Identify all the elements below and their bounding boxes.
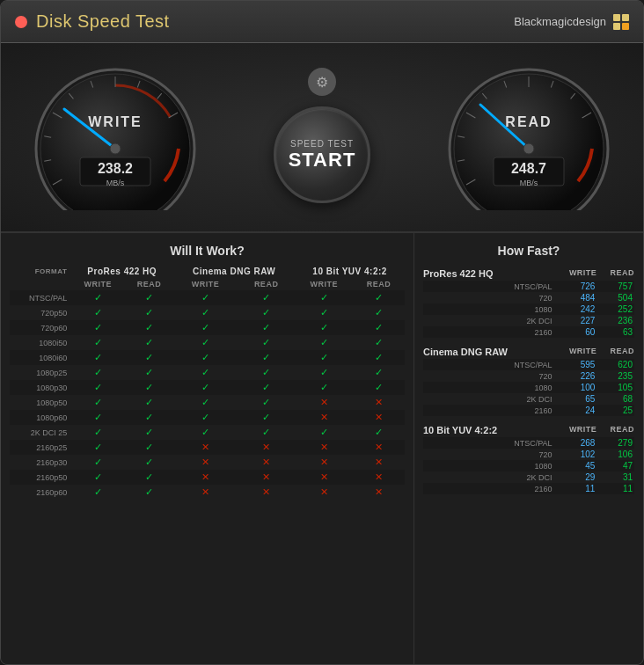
svg-text:WRITE: WRITE	[88, 114, 143, 129]
table-row: NTSC/PAL✓✓✓✓✓✓	[10, 290, 405, 305]
list-item: 21606063	[423, 326, 634, 338]
close-button[interactable]	[15, 16, 27, 28]
gauges-section: WRITE 238.2 MB/s ⚙ SPEED TEST START	[1, 43, 643, 233]
will-it-work-title: Will It Work?	[10, 244, 405, 258]
list-item: 21602425	[423, 405, 634, 416]
svg-text:MB/s: MB/s	[520, 179, 538, 187]
list-item: NTSC/PAL595620	[423, 359, 634, 370]
list-item: 720102106	[423, 449, 634, 460]
brand-name: Blackmagicdesign	[514, 15, 606, 28]
brand-logo	[613, 14, 629, 30]
list-item: 2K DCI2931	[423, 471, 634, 483]
svg-text:MB/s: MB/s	[106, 179, 125, 187]
list-item: NTSC/PAL268279	[423, 437, 634, 449]
svg-point-31	[523, 143, 534, 154]
data-section: Will It Work? FORMATProRes 422 HQCinema …	[1, 233, 643, 664]
table-row: 2160p50✓✓✕✕✕✕	[10, 470, 405, 485]
title-bar: Disk Speed Test Blackmagicdesign	[1, 1, 643, 43]
speed-test-label: SPEED TEST	[290, 139, 354, 149]
table-row: 1080p60✓✓✓✓✕✕	[10, 410, 405, 425]
svg-point-13	[110, 143, 121, 154]
read-gauge: READ 248.7 MB/s	[441, 61, 617, 210]
logo-sq-1	[613, 14, 620, 21]
read-gauge-container: READ 248.7 MB/s	[441, 61, 617, 210]
brand-area: Blackmagicdesign	[514, 14, 629, 30]
svg-text:248.7: 248.7	[511, 161, 546, 176]
main-window: Disk Speed Test Blackmagicdesign	[0, 0, 644, 665]
gear-button[interactable]: ⚙	[308, 68, 336, 96]
list-item: 2K DCI6568	[423, 393, 634, 405]
logo-sq-2	[622, 14, 629, 21]
table-row: 720p50✓✓✓✓✓✓	[10, 305, 405, 320]
gear-icon: ⚙	[316, 74, 328, 91]
list-item: 10 Bit YUV 4:2:2WRITEREAD	[423, 421, 634, 437]
app-title: Disk Speed Test	[36, 11, 170, 32]
write-gauge-container: WRITE 238.2 MB/s	[27, 61, 203, 210]
how-fast-panel: How Fast? ProRes 422 HQWRITEREADNTSC/PAL…	[414, 233, 643, 664]
logo-sq-4	[622, 23, 629, 30]
how-fast-title: How Fast?	[423, 244, 634, 258]
list-item: 1080242252	[423, 303, 634, 315]
center-area: ⚙ SPEED TEST START	[274, 68, 370, 203]
how-fast-table: ProRes 422 HQWRITEREADNTSC/PAL7267577204…	[423, 265, 634, 494]
list-item: 2K DCI227236	[423, 315, 634, 326]
list-item: 10804547	[423, 460, 634, 471]
table-row: 1080p25✓✓✓✓✓✓	[10, 365, 405, 380]
table-row: 720p60✓✓✓✓✓✓	[10, 320, 405, 335]
list-item: Cinema DNG RAWWRITEREAD	[423, 343, 634, 359]
table-row: 2160p30✓✓✕✕✕✕	[10, 455, 405, 470]
table-row: 1080i60✓✓✓✓✓✓	[10, 350, 405, 365]
table-row: 1080p50✓✓✓✓✕✕	[10, 395, 405, 410]
table-row: 1080p30✓✓✓✓✓✓	[10, 380, 405, 395]
start-label: START	[289, 149, 356, 172]
list-item: 21601111	[423, 483, 634, 494]
list-item: 720484504	[423, 292, 634, 303]
will-it-work-table: FORMATProRes 422 HQCinema DNG RAW10 Bit …	[10, 265, 405, 500]
table-row: 1080i50✓✓✓✓✓✓	[10, 335, 405, 350]
list-item: NTSC/PAL726757	[423, 281, 634, 292]
logo-sq-3	[613, 23, 620, 30]
table-row: 2160p25✓✓✕✕✕✕	[10, 440, 405, 455]
start-button[interactable]: SPEED TEST START	[274, 106, 370, 203]
svg-text:READ: READ	[505, 114, 552, 129]
will-it-work-panel: Will It Work? FORMATProRes 422 HQCinema …	[1, 233, 414, 664]
svg-text:238.2: 238.2	[98, 161, 133, 176]
list-item: 1080100105	[423, 382, 634, 393]
table-row: 2K DCI 25✓✓✓✓✓✓	[10, 425, 405, 440]
write-gauge: WRITE 238.2 MB/s	[27, 61, 203, 210]
list-item: ProRes 422 HQWRITEREAD	[423, 265, 634, 281]
table-row: 2160p60✓✓✕✕✕✕	[10, 485, 405, 500]
list-item: 720226235	[423, 370, 634, 382]
